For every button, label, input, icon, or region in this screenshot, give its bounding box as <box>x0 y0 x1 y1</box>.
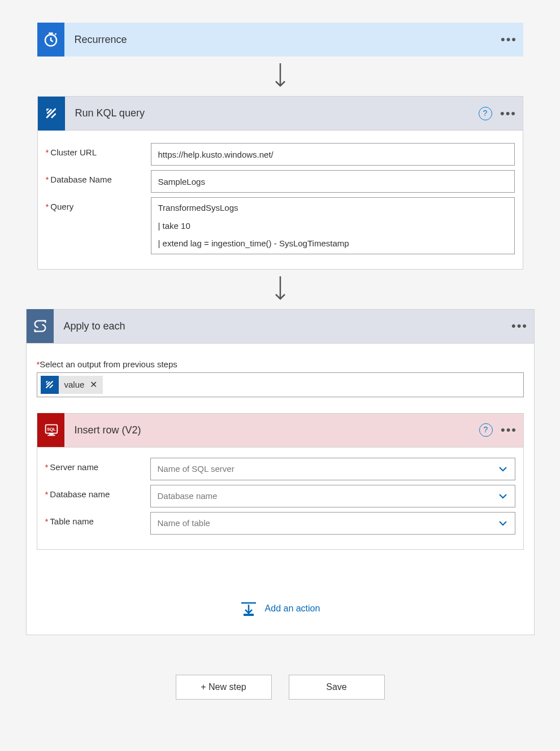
database-name-select[interactable]: Database name <box>150 485 515 507</box>
apply-body: *Select an output from previous steps va… <box>27 344 534 635</box>
help-icon[interactable]: ? <box>479 107 492 120</box>
kql-body: Cluster URL https://help.kusto.windows.n… <box>38 131 523 269</box>
insert-row-card: SQL Insert row (V2) ? ••• Server name Na… <box>37 413 524 550</box>
query-input[interactable]: TransformedSysLogs | take 10 | extend la… <box>151 197 515 254</box>
placeholder-text: Database name <box>158 491 218 501</box>
help-icon[interactable]: ? <box>479 423 493 437</box>
chevron-down-icon <box>498 518 508 528</box>
query-line: | take 10 <box>158 220 507 232</box>
add-action-button[interactable]: Add an action <box>37 601 524 617</box>
svg-text:SQL: SQL <box>47 427 56 432</box>
kql-title: Run KQL query <box>65 107 479 119</box>
kql-card: Run KQL query ? ••• Cluster URL https://… <box>37 96 523 270</box>
apply-title: Apply to each <box>54 320 511 332</box>
table-name-label: Table name <box>45 512 150 526</box>
server-name-select[interactable]: Name of SQL server <box>150 458 515 480</box>
chevron-down-icon <box>498 491 508 501</box>
close-icon[interactable]: ✕ <box>90 379 97 390</box>
recurrence-title: Recurrence <box>64 34 501 46</box>
kql-header[interactable]: Run KQL query ? ••• <box>38 97 523 131</box>
token-label: value <box>64 380 85 389</box>
database-name-input[interactable]: SampleLogs <box>151 170 515 193</box>
more-icon[interactable]: ••• <box>511 319 534 333</box>
save-button[interactable]: Save <box>289 675 385 700</box>
field-row: Server name Name of SQL server <box>45 458 515 480</box>
value-token[interactable]: value ✕ <box>41 376 103 394</box>
insert-row-body: Server name Name of SQL server Database … <box>37 448 523 549</box>
svg-rect-4 <box>49 433 54 435</box>
cluster-url-label: Cluster URL <box>46 143 151 157</box>
query-label: Query <box>46 197 151 211</box>
apply-header[interactable]: Apply to each ••• <box>27 310 534 344</box>
more-icon[interactable]: ••• <box>501 32 523 47</box>
add-action-label: Add an action <box>265 604 320 614</box>
connector-arrow <box>37 62 523 90</box>
loop-icon <box>27 309 54 343</box>
apply-to-each-card: Apply to each ••• *Select an output from… <box>26 309 535 635</box>
database-name-label: Database name <box>45 485 150 499</box>
sql-icon: SQL <box>37 413 64 447</box>
data-explorer-icon <box>41 376 59 394</box>
table-name-select[interactable]: Name of table <box>150 512 515 535</box>
select-output-input[interactable]: value ✕ <box>37 372 524 397</box>
field-row: Database Name SampleLogs <box>46 170 515 193</box>
chevron-down-icon <box>498 464 508 474</box>
placeholder-text: Name of table <box>158 518 210 528</box>
cluster-url-input[interactable]: https://help.kusto.windows.net/ <box>151 143 515 166</box>
insert-row-title: Insert row (V2) <box>64 424 479 436</box>
field-row: Table name Name of table <box>45 512 515 535</box>
more-icon[interactable]: ••• <box>500 106 523 121</box>
footer-buttons: + New step Save <box>23 675 537 700</box>
select-output-label: *Select an output from previous steps <box>37 359 524 369</box>
field-row: Query TransformedSysLogs | take 10 | ext… <box>46 197 515 254</box>
database-name-label: Database Name <box>46 170 151 184</box>
data-explorer-icon <box>38 97 65 131</box>
insert-row-header[interactable]: SQL Insert row (V2) ? ••• <box>37 414 523 448</box>
server-name-label: Server name <box>45 458 150 472</box>
more-icon[interactable]: ••• <box>501 423 523 437</box>
query-line: TransformedSysLogs <box>158 202 507 214</box>
clock-icon <box>37 23 64 57</box>
recurrence-card[interactable]: Recurrence ••• <box>37 23 523 57</box>
recurrence-header[interactable]: Recurrence ••• <box>37 23 523 57</box>
new-step-button[interactable]: + New step <box>176 675 272 700</box>
svg-rect-5 <box>47 435 55 436</box>
connector-arrow <box>37 275 523 303</box>
insert-icon <box>240 601 257 617</box>
field-row: Database name Database name <box>45 485 515 507</box>
query-line: | extend lag = ingestion_time() - SysLog… <box>158 238 507 249</box>
field-row: Cluster URL https://help.kusto.windows.n… <box>46 143 515 166</box>
placeholder-text: Name of SQL server <box>158 464 235 474</box>
